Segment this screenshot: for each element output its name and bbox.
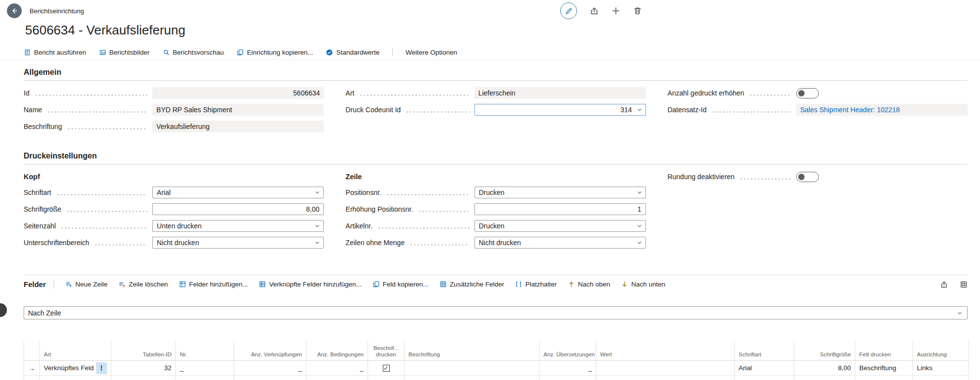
cell-tabellen-id[interactable]: 32 (111, 361, 176, 376)
col-row-indicator (24, 341, 40, 361)
report-preview-icon (163, 49, 170, 56)
action-label: Neue Zeile (75, 281, 107, 288)
select-value: Arial (157, 189, 170, 196)
chevron-down-icon (314, 189, 321, 196)
cell-schriftart[interactable]: Arial (735, 361, 794, 376)
schriftgroesse-input[interactable]: 8,00 (152, 203, 324, 215)
action-nach-unten[interactable]: Nach unten (621, 281, 665, 288)
col-nr[interactable]: Nr. (176, 341, 234, 361)
col-beschriftung-drucken[interactable]: Beschrif... drucken (368, 341, 405, 361)
col-fett-drucken[interactable]: Fett drucken (855, 341, 913, 361)
col-tabellen-id[interactable]: Tabellen-ID (111, 341, 176, 361)
select-value: Unten drucken (157, 222, 202, 230)
action-felder-hinzufuegen[interactable]: Felder hinzufügen... (179, 281, 248, 288)
field-label: Zeilen ohne Menge (345, 239, 405, 247)
positionsnr-select[interactable]: Drucken (474, 187, 646, 198)
druck-codeunit-id-select[interactable]: 314 (474, 104, 646, 116)
action-zusaetzliche-felder[interactable]: Zusätzliche Felder (439, 281, 504, 288)
erhoehung-positionsnr-input[interactable]: 1 (474, 203, 646, 215)
chevron-down-icon (314, 222, 321, 229)
col-anz-uebersetzungen[interactable]: Anz. Übersetzungen (540, 341, 596, 361)
delete-icon[interactable] (633, 6, 642, 15)
col-ausrichtung[interactable]: Ausrichtung (913, 341, 969, 361)
table-row[interactable]: → Verknüpftes Feld ⋮ 32 _ _ _ _ Arial 8,… (24, 361, 969, 376)
action-label: Feld kopieren... (383, 281, 429, 288)
cell-anz-uebersetzungen[interactable]: _ (540, 361, 596, 376)
action-neue-zeile[interactable]: Neue Zeile (65, 281, 107, 288)
unterschriftenbereich-select[interactable]: Nicht drucken (152, 237, 324, 249)
dotted-leader (359, 95, 469, 96)
anzahl-gedruckt-toggle[interactable] (796, 88, 819, 98)
col-schriftgroesse[interactable]: Schriftgröße (794, 341, 855, 361)
druck-col-3: Rundung deaktivieren (668, 169, 968, 251)
cell-nr[interactable]: _ (176, 361, 234, 376)
action-bericht-ausfuehren[interactable]: Bericht ausführen (24, 49, 86, 56)
col-anz-bedingungen[interactable]: Anz. Bedingungen (306, 341, 368, 361)
field-label: Schriftgröße (24, 205, 61, 213)
action-verknuepfte-felder-hinzufuegen[interactable]: Verknüpfte Felder hinzufügen... (259, 281, 362, 288)
action-standardwerte[interactable]: Standardwerte (326, 49, 379, 56)
action-einrichtung-kopieren[interactable]: Einrichtung kopieren... (237, 49, 313, 56)
col-schriftart[interactable]: Schriftart (735, 341, 794, 361)
row-options-icon[interactable]: ⋮ (96, 362, 107, 374)
action-platzhalter[interactable]: Platzhalter (515, 281, 557, 288)
action-weitere-optionen[interactable]: Weitere Optionen (406, 49, 457, 56)
felder-filter-select[interactable]: Nach Zeile (24, 306, 968, 319)
field-label: Art (345, 89, 354, 97)
back-button[interactable] (7, 3, 22, 18)
col-beschriftung[interactable]: Beschriftung (405, 341, 540, 361)
current-row-indicator-icon: → (29, 364, 35, 372)
cell-ausrichtung[interactable]: Links (913, 361, 969, 376)
seitenzahl-select[interactable]: Unten drucken (152, 220, 324, 232)
dotted-leader (740, 178, 791, 180)
table-row-empty[interactable] (24, 376, 969, 380)
action-label: Bericht ausführen (34, 49, 86, 56)
col-wert[interactable]: Wert (596, 341, 735, 361)
field-name: Name BYD RP Sales Shipment (24, 101, 324, 118)
cell-fett-drucken[interactable]: Beschriftung (855, 361, 913, 376)
field-rundung-deaktivieren: Rundung deaktivieren (668, 169, 968, 184)
action-label: Weitere Optionen (406, 49, 457, 56)
add-icon[interactable] (611, 6, 620, 15)
action-berichtsvorschau[interactable]: Berichtsvorschau (163, 49, 224, 56)
add-fields-icon (179, 281, 186, 288)
allgemein-fields: Id 5606634 Name BYD RP Sales Shipment Be… (24, 85, 968, 135)
schriftart-select[interactable]: Arial (152, 187, 324, 198)
breadcrumb[interactable]: Berichtseinrichtung (30, 7, 84, 15)
action-berichtsbilder[interactable]: Berichtsbilder (99, 49, 150, 56)
chevron-down-icon (956, 310, 963, 317)
cell-beschriftung[interactable] (405, 361, 540, 376)
action-feld-kopieren[interactable]: Feld kopieren... (372, 281, 429, 288)
open-in-excel-icon[interactable] (960, 281, 968, 288)
dotted-leader (56, 194, 147, 195)
dotted-leader (409, 244, 469, 246)
felder-table: Art Tabellen-ID Nr. Anz. Verknüpfungen A… (24, 341, 969, 380)
rundung-deaktivieren-toggle[interactable] (796, 172, 819, 182)
cell-anz-verknuepfungen[interactable]: _ (234, 361, 306, 376)
cell-art: Verknüpftes Feld (44, 364, 94, 372)
field-id: Id 5606634 (24, 85, 324, 101)
zeilen-ohne-menge-select[interactable]: Nicht drucken (474, 237, 646, 249)
edit-button[interactable] (560, 2, 577, 19)
action-label: Berichtsvorschau (173, 49, 224, 56)
beschriftung-value: Verkaufslieferung (152, 121, 324, 132)
field-seitenzahl: Seitenzahl Unten drucken (24, 218, 324, 234)
action-nach-oben[interactable]: Nach oben (568, 281, 610, 288)
beschriftung-drucken-checkbox[interactable] (383, 365, 390, 372)
artikelnr-select[interactable]: Drucken (474, 220, 646, 232)
page-title: 5606634 - Verkaufslieferung (25, 22, 980, 38)
share-icon[interactable] (590, 6, 599, 15)
datensatz-id-link[interactable]: Sales Shipment Header: 102218 (800, 106, 900, 114)
cell-anz-bedingungen[interactable]: _ (306, 361, 368, 376)
col-art[interactable]: Art (40, 341, 111, 361)
cell-schriftgroesse[interactable]: 8,00 (794, 361, 855, 376)
action-zeile-loeschen[interactable]: Zeile löschen (118, 281, 168, 288)
action-label: Einrichtung kopieren... (247, 49, 313, 56)
action-label: Felder hinzufügen... (189, 281, 248, 288)
defaults-check-icon (326, 49, 333, 56)
share-icon[interactable] (940, 281, 948, 288)
cell-wert[interactable] (596, 361, 735, 376)
col-anz-verknuepfungen[interactable]: Anz. Verknüpfungen (234, 341, 306, 361)
field-label: Seitenzahl (24, 222, 56, 230)
action-label: Zusätzliche Felder (450, 281, 504, 288)
